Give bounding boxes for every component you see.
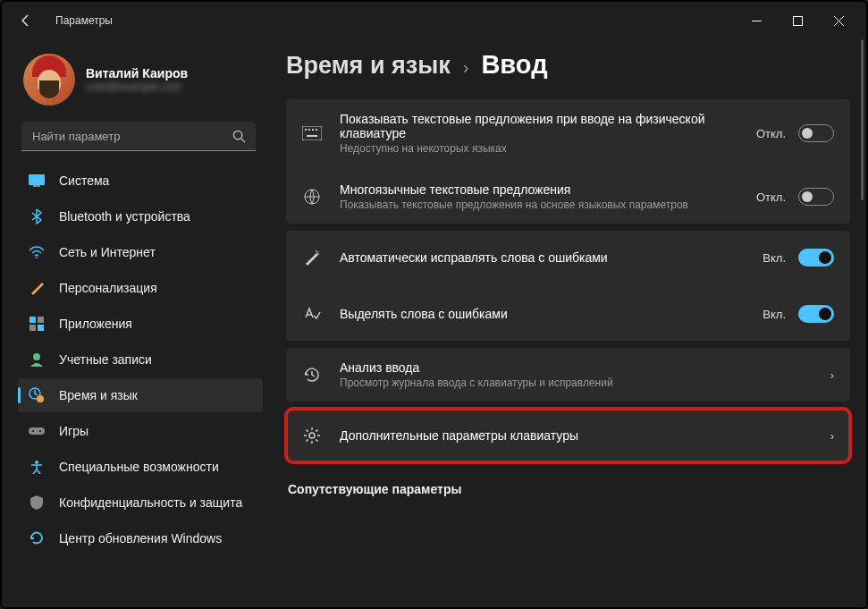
- setting-text-suggestions[interactable]: Показывать текстовые предложения при вво…: [286, 99, 850, 167]
- sidebar-item-label: Приложения: [59, 317, 132, 331]
- svg-point-14: [39, 430, 41, 432]
- toggle-switch[interactable]: [798, 188, 834, 206]
- svg-rect-18: [308, 129, 310, 131]
- titlebar: Параметры: [2, 2, 866, 39]
- sidebar-item-gaming[interactable]: Игры: [18, 414, 263, 448]
- page-title: Ввод: [481, 50, 547, 80]
- search-input[interactable]: [21, 122, 256, 151]
- avatar: [23, 54, 75, 106]
- sidebar-item-accessibility[interactable]: Специальные возможности: [18, 450, 263, 484]
- setting-subtitle: Показывать текстовые предложения на осно…: [340, 199, 738, 211]
- svg-rect-6: [38, 317, 44, 323]
- sidebar-item-apps[interactable]: Приложения: [18, 307, 263, 341]
- maximize-button[interactable]: [777, 4, 818, 38]
- sidebar-item-accounts[interactable]: Учетные записи: [18, 343, 263, 376]
- wifi-icon: [29, 244, 45, 260]
- breadcrumb: Время и язык › Ввод: [286, 50, 850, 80]
- setting-input-analysis[interactable]: Анализ ввода Просмотр журнала ввода с кл…: [286, 348, 850, 402]
- sidebar-item-label: Игры: [59, 424, 88, 438]
- content-area: Время и язык › Ввод Показывать текстовые…: [270, 39, 866, 607]
- toggle-switch[interactable]: [798, 249, 834, 266]
- apps-icon: [29, 316, 45, 332]
- sidebar-item-label: Bluetooth и устройства: [59, 209, 190, 224]
- person-icon: [29, 351, 45, 368]
- setting-keyboard-advanced[interactable]: Дополнительные параметры клавиатуры ›: [286, 409, 850, 462]
- sidebar-item-label: Персонализация: [59, 281, 157, 295]
- sidebar-item-network[interactable]: Сеть и Интернет: [18, 235, 263, 269]
- toggle-state-label: Откл.: [756, 190, 786, 204]
- svg-rect-5: [29, 317, 36, 323]
- scrollbar[interactable]: [861, 39, 864, 200]
- setting-multilingual[interactable]: Многоязычные текстовые предложения Показ…: [286, 170, 850, 224]
- toggle-state-label: Вкл.: [763, 308, 786, 321]
- back-button[interactable]: [9, 4, 43, 38]
- toggle-state-label: Вкл.: [763, 251, 786, 265]
- related-heading: Сопутствующие параметры: [288, 482, 850, 496]
- svg-point-15: [35, 461, 38, 464]
- chevron-right-icon: ›: [830, 368, 834, 382]
- svg-rect-16: [302, 126, 322, 140]
- chevron-right-icon: ›: [830, 429, 834, 443]
- accessibility-icon: [29, 459, 45, 475]
- nav-list: Система Bluetooth и устройства Сеть и Ин…: [18, 164, 263, 555]
- svg-rect-8: [38, 325, 44, 331]
- search-icon: [232, 130, 246, 147]
- sidebar-item-label: Время и язык: [59, 388, 138, 402]
- keyboard-icon: [302, 123, 322, 143]
- sidebar-item-label: Конфиденциальность и защита: [59, 495, 242, 510]
- wand-icon: [302, 248, 322, 267]
- search-box: [21, 122, 256, 151]
- setting-title: Анализ ввода: [340, 360, 813, 375]
- sidebar-item-label: Учетные записи: [59, 352, 152, 367]
- breadcrumb-parent[interactable]: Время и язык: [286, 52, 451, 80]
- sidebar-item-label: Центр обновления Windows: [59, 531, 222, 546]
- sidebar-item-label: Система: [59, 173, 109, 188]
- svg-point-11: [37, 395, 44, 402]
- gear-icon: [302, 426, 322, 445]
- sidebar-item-personalization[interactable]: Персонализация: [18, 271, 263, 305]
- svg-rect-0: [793, 16, 802, 25]
- close-button[interactable]: [818, 4, 859, 38]
- setting-autocorrect[interactable]: Автоматически исправлять слова с ошибкам…: [286, 231, 850, 284]
- svg-point-1: [233, 131, 241, 139]
- svg-point-4: [36, 257, 38, 258]
- globe-text-icon: [302, 187, 322, 207]
- svg-rect-19: [312, 129, 314, 131]
- sidebar-item-bluetooth[interactable]: Bluetooth и устройства: [18, 199, 263, 233]
- sidebar-item-label: Сеть и Интернет: [59, 245, 156, 259]
- sidebar-item-system[interactable]: Система: [18, 164, 263, 198]
- spellcheck-icon: [302, 304, 322, 324]
- svg-point-23: [309, 433, 315, 438]
- setting-title: Автоматически исправлять слова с ошибкам…: [340, 250, 745, 265]
- toggle-switch[interactable]: [798, 124, 834, 142]
- sidebar-item-time-language[interactable]: Время и язык: [18, 378, 263, 412]
- svg-rect-12: [29, 427, 45, 435]
- svg-rect-20: [316, 129, 317, 131]
- profile-email: user@example.com: [86, 80, 188, 93]
- svg-rect-3: [33, 185, 40, 187]
- gamepad-icon: [29, 423, 45, 439]
- svg-rect-21: [307, 135, 317, 137]
- setting-subtitle: Просмотр журнала ввода с клавиатуры и ис…: [340, 376, 813, 389]
- system-icon: [29, 173, 45, 189]
- minimize-button[interactable]: [736, 4, 777, 38]
- svg-rect-17: [305, 129, 307, 131]
- sidebar: Виталий Каиров user@example.com Система …: [2, 39, 270, 607]
- clock-globe-icon: [29, 387, 45, 403]
- profile-block[interactable]: Виталий Каиров user@example.com: [18, 47, 263, 122]
- toggle-switch[interactable]: [798, 305, 834, 323]
- toggle-state-label: Откл.: [756, 127, 786, 140]
- setting-title: Показывать текстовые предложения при вво…: [340, 112, 738, 140]
- svg-point-9: [33, 353, 40, 360]
- setting-highlight-misspelled[interactable]: Выделять слова с ошибками Вкл.: [286, 287, 850, 341]
- setting-title: Дополнительные параметры клавиатуры: [340, 428, 813, 443]
- chevron-right-icon: ›: [463, 57, 469, 78]
- setting-subtitle: Недоступно на некоторых языках: [340, 142, 738, 155]
- sidebar-item-privacy[interactable]: Конфиденциальность и защита: [18, 486, 263, 520]
- window-controls: [736, 4, 859, 38]
- svg-rect-2: [29, 174, 45, 185]
- setting-title: Выделять слова с ошибками: [340, 307, 745, 321]
- brush-icon: [29, 280, 45, 296]
- window-title: Параметры: [55, 14, 113, 27]
- sidebar-item-update[interactable]: Центр обновления Windows: [18, 521, 263, 555]
